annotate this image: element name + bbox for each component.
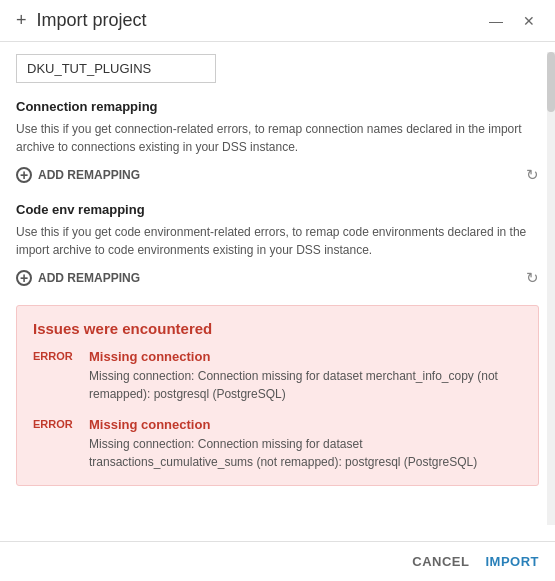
close-button[interactable]: ✕ [519,11,539,31]
circle-plus-icon-2: + [16,270,32,286]
header-controls: — ✕ [485,11,539,31]
issues-title: Issues were encountered [33,320,522,337]
issues-box: Issues were encountered ERROR Missing co… [16,305,539,486]
circle-plus-icon: + [16,167,32,183]
code-env-refresh-button[interactable]: ↻ [526,269,539,287]
error-detail-1: Missing connection: Connection missing f… [89,367,522,403]
import-button[interactable]: IMPORT [485,554,539,569]
error-row-1: ERROR Missing connection Missing connect… [33,349,522,403]
dialog-header: + Import project — ✕ [0,0,555,42]
error-label-2: ERROR [33,417,73,471]
connection-remapping-row: + ADD REMAPPING ↻ [16,166,539,184]
dialog-body: Connection remapping Use this if you get… [0,42,555,498]
error-content-1: Missing connection Missing connection: C… [89,349,522,403]
add-code-env-remapping-button[interactable]: + ADD REMAPPING [16,270,140,286]
dialog-title-area: + Import project [16,10,147,31]
error-title-2: Missing connection [89,417,522,432]
connection-remapping-title: Connection remapping [16,99,539,114]
connection-refresh-button[interactable]: ↻ [526,166,539,184]
add-code-env-remapping-label: ADD REMAPPING [38,271,140,285]
add-connection-remapping-button[interactable]: + ADD REMAPPING [16,167,140,183]
error-title-1: Missing connection [89,349,522,364]
code-env-remapping-title: Code env remapping [16,202,539,217]
error-label-1: ERROR [33,349,73,403]
dialog-footer: CANCEL IMPORT [0,541,555,581]
dialog-content: Connection remapping Use this if you get… [0,42,555,554]
dialog-wrapper: + Import project — ✕ Connection remappin… [0,0,555,581]
plus-icon: + [16,10,27,31]
dialog-title: Import project [37,10,147,31]
code-env-remapping-section: Code env remapping Use this if you get c… [16,202,539,287]
code-env-remapping-row: + ADD REMAPPING ↻ [16,269,539,287]
code-env-remapping-desc: Use this if you get code environment-rel… [16,223,539,259]
error-detail-2: Missing connection: Connection missing f… [89,435,522,471]
error-row-2: ERROR Missing connection Missing connect… [33,417,522,471]
add-connection-remapping-label: ADD REMAPPING [38,168,140,182]
project-input[interactable] [16,54,216,83]
scrollbar-track[interactable] [547,52,555,525]
error-content-2: Missing connection Missing connection: C… [89,417,522,471]
minimize-button[interactable]: — [485,11,507,31]
cancel-button[interactable]: CANCEL [412,554,469,569]
scrollbar-thumb[interactable] [547,52,555,112]
connection-remapping-section: Connection remapping Use this if you get… [16,99,539,184]
connection-remapping-desc: Use this if you get connection-related e… [16,120,539,156]
